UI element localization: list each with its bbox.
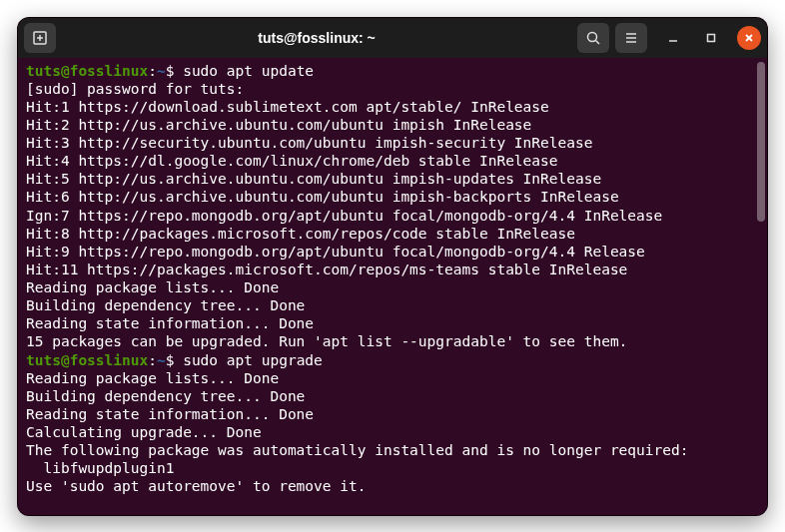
output-line: Building dependency tree... Done [26, 296, 759, 314]
new-tab-icon [32, 30, 48, 46]
prompt-colon: : [148, 63, 157, 79]
maximize-icon [705, 32, 717, 44]
output-line: 15 packages can be upgraded. Run 'apt li… [26, 332, 759, 350]
output-line: Use 'sudo apt autoremove' to remove it. [26, 477, 759, 495]
hamburger-icon [623, 30, 639, 46]
window-title: tuts@fosslinux: ~ [62, 30, 571, 46]
output-line: Hit:9 https://repo.mongodb.org/apt/ubunt… [26, 243, 759, 261]
scrollbar-thumb[interactable] [757, 62, 765, 222]
output-line: Reading state information... Done [26, 314, 759, 332]
terminal-body[interactable]: tuts@fosslinux:~$ sudo apt update [sudo]… [18, 58, 767, 515]
search-icon [585, 30, 601, 46]
output-line: The following package was automatically … [26, 441, 759, 459]
output-line: Ign:7 https://repo.mongodb.org/apt/ubunt… [26, 207, 759, 225]
command-text: sudo apt update [183, 63, 314, 79]
output-line: Hit:2 http://us.archive.ubuntu.com/ubunt… [26, 116, 759, 134]
prompt-path: ~ [157, 63, 166, 79]
terminal-window: tuts@fosslinux: ~ tuts@fosslinux:~$ sudo… [17, 17, 768, 516]
menu-button[interactable] [615, 23, 647, 53]
command-text: sudo apt upgrade [183, 352, 323, 368]
close-icon [743, 32, 755, 44]
output-line: libfwupdplugin1 [26, 459, 759, 477]
prompt-user: tuts@fosslinux [26, 63, 148, 79]
minimize-icon [667, 32, 679, 44]
svg-point-3 [588, 32, 597, 41]
output-line: Hit:5 http://us.archive.ubuntu.com/ubunt… [26, 170, 759, 188]
new-tab-button[interactable] [24, 23, 56, 53]
minimize-button[interactable] [661, 26, 685, 50]
svg-rect-9 [708, 34, 715, 41]
output-line: Hit:1 https://download.sublimetext.com a… [26, 98, 759, 116]
prompt-line: tuts@fosslinux:~$ sudo apt update [26, 62, 759, 80]
close-button[interactable] [737, 26, 761, 50]
output-line: Calculating upgrade... Done [26, 423, 759, 441]
output-line: Hit:8 http://packages.microsoft.com/repo… [26, 225, 759, 243]
output-line: Reading package lists... Done [26, 278, 759, 296]
prompt-line: tuts@fosslinux:~$ sudo apt upgrade [26, 351, 759, 369]
output-line: Reading package lists... Done [26, 369, 759, 387]
titlebar: tuts@fosslinux: ~ [18, 18, 767, 58]
prompt-dollar: $ [166, 352, 183, 368]
output-line: [sudo] password for tuts: [26, 80, 759, 98]
output-line: Hit:4 https://dl.google.com/linux/chrome… [26, 152, 759, 170]
prompt-colon: : [148, 352, 157, 368]
prompt-path: ~ [157, 352, 166, 368]
prompt-dollar: $ [166, 63, 183, 79]
output-line: Hit:3 http://security.ubuntu.com/ubuntu … [26, 134, 759, 152]
prompt-user: tuts@fosslinux [26, 352, 148, 368]
output-line: Reading state information... Done [26, 405, 759, 423]
maximize-button[interactable] [699, 26, 723, 50]
output-line: Hit:11 https://packages.microsoft.com/re… [26, 261, 759, 278]
output-line: Hit:6 http://us.archive.ubuntu.com/ubunt… [26, 188, 759, 206]
search-button[interactable] [577, 23, 609, 53]
svg-line-4 [596, 40, 600, 44]
output-line: Building dependency tree... Done [26, 387, 759, 405]
